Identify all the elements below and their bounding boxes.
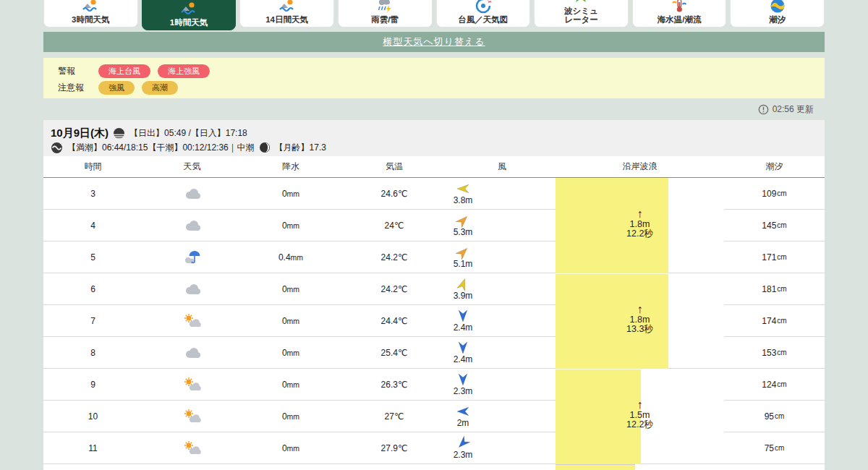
hour-cell: 7 xyxy=(43,305,142,337)
alert-circle-icon xyxy=(758,104,769,115)
moon-phase-icon xyxy=(259,142,271,153)
day-header-line1: 10月9日(木) 【日出】05:49 /【日入】17:18 xyxy=(51,126,825,140)
advisory-pill[interactable]: 強風 xyxy=(98,81,135,95)
temp-cell: 24.4℃ xyxy=(340,305,448,337)
sun-cloud-wave-icon xyxy=(180,0,197,17)
tide-cell: 171cm xyxy=(724,242,825,273)
tab-label: 台風／天気図 xyxy=(458,15,508,24)
advisory-pill[interactable]: 高潮 xyxy=(142,81,178,95)
tab-bar: 3時間天気1時間天気14日間天気雨雲/雷台風／天気図波シミュ レーター海水温/潮… xyxy=(43,0,825,30)
tab-item-5[interactable]: 台風／天気図 xyxy=(436,0,531,27)
tab-item-2[interactable]: 1時間天気 xyxy=(142,0,237,30)
wave-cell xyxy=(556,178,724,210)
precip-cell: 0mm xyxy=(242,305,340,337)
hour-cell: 5 xyxy=(43,242,142,273)
hour-cell: 4 xyxy=(43,210,142,242)
hour-cell: 6 xyxy=(43,273,142,305)
warning-pill[interactable]: 海上台風 xyxy=(98,64,150,78)
tide-cell: 95cm xyxy=(724,401,825,432)
precip-cell: 0mm xyxy=(242,210,340,242)
column-header: 潮汐 xyxy=(724,156,825,177)
weather-cell xyxy=(142,401,242,432)
hour-cell: 3 xyxy=(43,178,142,210)
wind-speed: 5.3m xyxy=(448,227,477,237)
wind-cell: 3.8m xyxy=(448,178,556,210)
wind-speed: 5.1m xyxy=(448,259,477,269)
column-header: 天気 xyxy=(142,156,242,177)
switch-to-horizontal-link[interactable]: 横型天気へ切り替える xyxy=(383,35,485,48)
wave-sim-icon xyxy=(572,0,590,6)
wave-cell xyxy=(556,337,724,369)
tab-item-1[interactable]: 3時間天気 xyxy=(43,0,138,27)
tab-label: 潮汐 xyxy=(769,15,786,24)
temp-cell: 24.6℃ xyxy=(340,178,448,210)
tide-cell: 75cm xyxy=(724,432,825,464)
forecast-panel: 10月9日(木) 【日出】05:49 /【日入】17:18 【満潮】06:44/… xyxy=(43,120,825,470)
tab-item-7[interactable]: 海水温/潮流 xyxy=(632,0,727,27)
wind-cell: 5.1m xyxy=(448,242,556,273)
weather-cell xyxy=(142,178,242,210)
hour-cell: 10 xyxy=(43,401,142,432)
precip-unit: mm xyxy=(287,285,300,294)
wind-speed: 3.9m xyxy=(448,291,477,301)
alert-box: 警報 海上台風海上強風 注意報 強風高潮 xyxy=(43,58,825,98)
table-body: 30mm24.6℃3.8m109cm40mm24℃5.3m145cm50.4mm… xyxy=(43,178,825,470)
sun-cloud-wave-icon xyxy=(278,0,296,14)
table-row: 30mm24.6℃3.8m109cm xyxy=(43,178,825,210)
tide-times-text: 【満潮】06:44/18:15【干潮】00:12/12:36｜中潮 xyxy=(67,142,255,154)
tab-item-8[interactable]: 潮汐 xyxy=(730,0,825,27)
weather-cell xyxy=(142,369,242,401)
column-header: 気温 xyxy=(340,156,448,177)
date-title: 10月9日(木) xyxy=(51,127,109,140)
typhoon-icon xyxy=(475,0,492,14)
column-header: 風 xyxy=(448,156,556,177)
rain-lightning-icon xyxy=(376,0,393,14)
temp-cell: 24℃ xyxy=(340,210,448,242)
tab-item-4[interactable]: 雨雲/雷 xyxy=(338,0,433,27)
tab-label: 雨雲/雷 xyxy=(371,15,399,24)
tide-unit: cm xyxy=(777,317,786,325)
table-row: 100mm27℃2m95cm xyxy=(43,401,825,432)
warning-label: 警報 xyxy=(58,65,98,77)
tide-cell: 174cm xyxy=(724,305,825,337)
wind-cell: 2.4m xyxy=(448,337,556,369)
weather-cell xyxy=(142,242,242,273)
column-header: 時間 xyxy=(43,156,142,177)
day-header-line2: 【満潮】06:44/18:15【干潮】00:12/12:36｜中潮 【月齢】17… xyxy=(51,140,825,155)
table-row: 90mm26.3℃2.3m124cm xyxy=(43,369,825,401)
precip-unit: mm xyxy=(287,221,300,230)
tide-cell: 124cm xyxy=(724,369,825,401)
temp-cell: 24.2℃ xyxy=(340,242,448,273)
sun-cloud-wave-icon xyxy=(82,0,99,14)
weather-cell xyxy=(142,273,242,305)
wave-cell xyxy=(556,210,724,242)
wind-direction-arrow-icon: 2.4m xyxy=(448,309,477,333)
column-header: 沿岸波浪 xyxy=(556,156,724,177)
tab-item-6[interactable]: 波シミュ レーター xyxy=(534,0,629,27)
wind-speed: 2.3m xyxy=(448,386,477,396)
updated-text: 02:56 更新 xyxy=(773,103,814,116)
wind-cell: 5.3m xyxy=(448,210,556,242)
wind-speed: 2.4m xyxy=(448,322,477,333)
partly-sunny-icon xyxy=(183,409,202,424)
tab-item-3[interactable]: 14日間天気 xyxy=(239,0,334,27)
hour-cell: 11 xyxy=(43,432,142,464)
precip-cell: 0mm xyxy=(242,273,340,305)
table-row: 70mm24.4℃2.4m174cm xyxy=(43,305,825,337)
tab-label: 14日間天気 xyxy=(265,15,308,24)
cloudy-icon xyxy=(183,187,202,201)
precip-unit: mm xyxy=(287,444,300,453)
temp-cell: 27.9℃ xyxy=(340,432,448,464)
precip-unit: mm xyxy=(287,412,300,421)
wind-cell: 3.9m xyxy=(448,273,556,305)
switch-bar: 横型天気へ切り替える xyxy=(43,32,825,52)
partly-sunny-icon xyxy=(183,313,202,329)
wind-cell: 2.3m xyxy=(448,432,556,464)
weather-cell xyxy=(142,210,242,242)
advisory-pills: 強風高潮 xyxy=(98,81,178,95)
sea-temp-current-icon xyxy=(671,0,688,14)
sunrise-sunset-text: 【日出】05:49 /【日入】17:18 xyxy=(129,127,247,140)
wave-cell xyxy=(556,273,724,305)
tide-cell: 145cm xyxy=(724,210,825,242)
warning-pill[interactable]: 海上強風 xyxy=(158,64,210,78)
